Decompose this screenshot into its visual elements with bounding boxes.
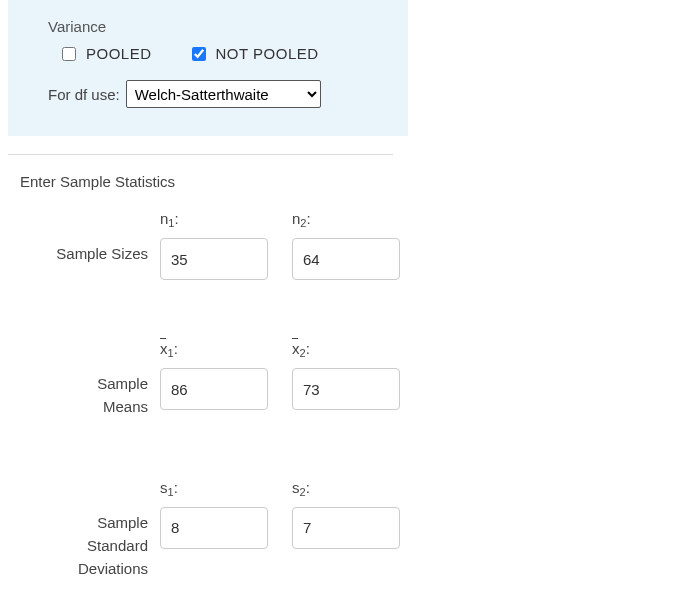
- s2-label: s2:: [292, 479, 412, 501]
- xbar2-input[interactable]: [292, 368, 400, 410]
- s1-input[interactable]: [160, 507, 268, 549]
- variance-panel: Variance POOLED NOT POOLED For df use: W…: [8, 0, 408, 136]
- xbar1-input[interactable]: [160, 368, 268, 410]
- sample-sizes-label: Sample Sizes: [8, 210, 148, 265]
- stats-grid: Sample Sizes n1: n2: SampleMeans x1: x2:…: [0, 210, 688, 580]
- df-select[interactable]: Welch-Satterthwaite: [126, 80, 321, 108]
- not-pooled-checkbox[interactable]: [192, 47, 206, 61]
- n2-input[interactable]: [292, 238, 400, 280]
- section-title: Enter Sample Statistics: [20, 173, 688, 190]
- n1-input[interactable]: [160, 238, 268, 280]
- s1-field: s1:: [160, 479, 280, 549]
- s1-label: s1:: [160, 479, 280, 501]
- xbar1-field: x1:: [160, 340, 280, 410]
- s2-field: s2:: [292, 479, 412, 549]
- xbar2-field: x2:: [292, 340, 412, 410]
- divider: [8, 154, 393, 155]
- n1-field: n1:: [160, 210, 280, 280]
- pooled-checkbox[interactable]: [62, 47, 76, 61]
- n1-label: n1:: [160, 210, 280, 232]
- n2-field: n2:: [292, 210, 412, 280]
- sample-sds-label: SampleStandardDeviations: [8, 479, 148, 581]
- n2-label: n2:: [292, 210, 412, 232]
- df-label: For df use:: [48, 86, 120, 103]
- variance-options: POOLED NOT POOLED: [48, 45, 368, 62]
- sample-means-label: SampleMeans: [8, 340, 148, 419]
- variance-title: Variance: [48, 18, 368, 35]
- not-pooled-label: NOT POOLED: [216, 45, 319, 62]
- pooled-option[interactable]: POOLED: [62, 45, 152, 62]
- not-pooled-option[interactable]: NOT POOLED: [192, 45, 319, 62]
- df-row: For df use: Welch-Satterthwaite: [48, 80, 368, 108]
- pooled-label: POOLED: [86, 45, 152, 62]
- xbar2-label: x2:: [292, 340, 412, 362]
- xbar1-label: x1:: [160, 340, 280, 362]
- s2-input[interactable]: [292, 507, 400, 549]
